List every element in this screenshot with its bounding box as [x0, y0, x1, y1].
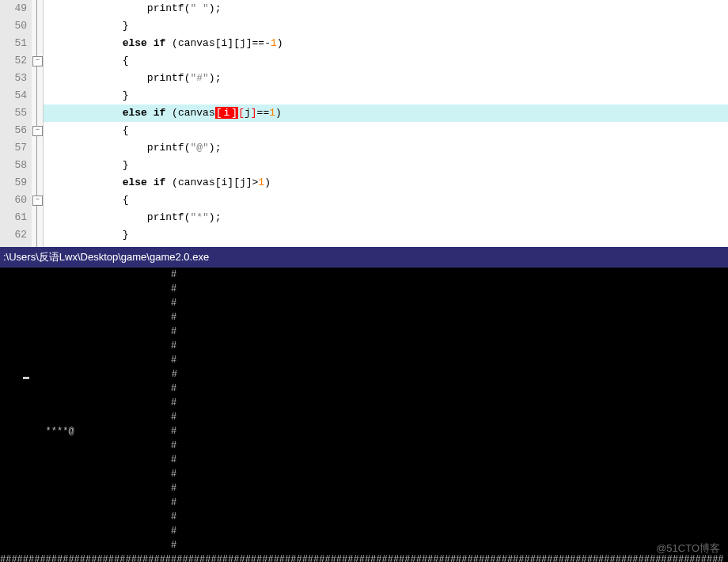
line-number: 56: [0, 122, 27, 139]
code-line[interactable]: else if (canvas[i][j]>1): [44, 174, 728, 192]
code-line[interactable]: {: [44, 122, 728, 139]
code-line[interactable]: }: [44, 17, 728, 35]
code-line[interactable]: }: [44, 157, 728, 174]
console-text: # # # # # # #: [0, 268, 728, 562]
line-number: 60: [0, 192, 27, 209]
code-line[interactable]: printf("@");: [44, 139, 728, 157]
line-number: 59: [0, 174, 27, 192]
fold-toggle[interactable]: −: [32, 196, 43, 206]
line-number: 61: [0, 209, 27, 226]
line-number: 51: [0, 35, 27, 52]
code-line[interactable]: {: [44, 52, 728, 70]
watermark: @51CTO博客: [656, 541, 720, 556]
line-number: 52: [0, 52, 27, 70]
line-number: 50: [0, 17, 27, 35]
code-editor[interactable]: 4950515253545556575859606162 −−− printf(…: [0, 0, 728, 247]
line-number: 55: [0, 104, 27, 122]
console-title-bar: :\Users\反语Lwx\Desktop\game\game2.0.exe: [0, 247, 728, 268]
line-number-gutter: 4950515253545556575859606162: [0, 0, 32, 247]
code-line[interactable]: }: [44, 87, 728, 104]
line-number: 62: [0, 226, 27, 244]
line-number: 49: [0, 0, 27, 17]
line-number: 54: [0, 87, 27, 104]
code-line[interactable]: printf("#");: [44, 70, 728, 87]
code-area[interactable]: printf(" "); } else if (canvas[i][j]==-1…: [44, 0, 728, 247]
fold-column[interactable]: −−−: [32, 0, 44, 247]
fold-toggle[interactable]: −: [32, 56, 43, 66]
code-line[interactable]: printf("*");: [44, 209, 728, 226]
fold-toggle[interactable]: −: [32, 126, 43, 136]
line-number: 58: [0, 157, 27, 174]
console-cursor: [23, 377, 29, 379]
code-line[interactable]: else if (canvas[i][j]==-1): [44, 35, 728, 52]
console-output: # # # # # # #: [0, 268, 728, 562]
code-line[interactable]: printf(" ");: [44, 0, 728, 17]
line-number: 53: [0, 70, 27, 87]
code-line[interactable]: {: [44, 192, 728, 209]
code-line[interactable]: }: [44, 226, 728, 244]
code-line[interactable]: else if (canvas[i][j]==1): [44, 104, 728, 122]
line-number: 57: [0, 139, 27, 157]
